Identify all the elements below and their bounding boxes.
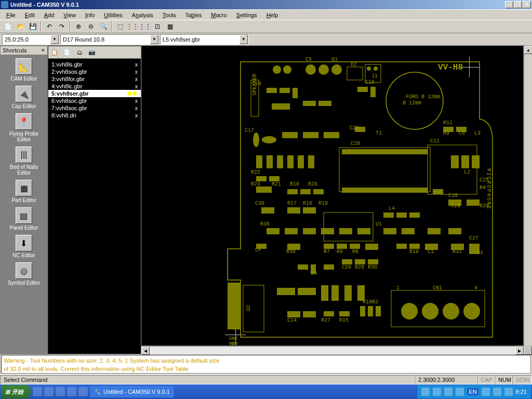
- tray-icon[interactable]: [433, 388, 441, 396]
- shortcut-symbol-editor[interactable]: ◎Symbol Editor: [8, 262, 40, 286]
- scroll-right-icon[interactable]: ▶: [515, 347, 524, 355]
- layer-visibility[interactable]: x: [135, 62, 138, 68]
- layer-visibility[interactable]: x: [135, 84, 138, 89]
- svg-rect-70: [433, 189, 443, 194]
- svg-text:Q1: Q1: [331, 57, 338, 62]
- grid2-button[interactable]: ⋮⋮: [139, 21, 151, 32]
- canvas[interactable]: FORO Ø 12mm Ø 12mm VV-H8 C5Q1 D2 J1 SPEA…: [141, 46, 524, 346]
- menu-settings[interactable]: Settings: [232, 11, 261, 19]
- snap-button[interactable]: ⊡: [152, 21, 163, 32]
- statusbar: Select Command 2.3000:2.3000 CAP NUM SCR…: [0, 374, 532, 384]
- quicklaunch-icon[interactable]: [44, 387, 54, 396]
- menu-macro[interactable]: Macro: [207, 11, 231, 19]
- svg-text:R26: R26: [480, 203, 489, 209]
- svg-rect-42: [280, 88, 290, 93]
- aperture-combo[interactable]: D17 Round 10.8 ▼: [60, 34, 159, 45]
- layer-row[interactable]: 3:vvh8for.gbrx: [48, 75, 141, 83]
- svg-text:R10R2: R10R2: [363, 299, 378, 305]
- taskbar-app[interactable]: 🔧Untitled - CAM350 V 9.0.1: [90, 386, 174, 397]
- layer-button[interactable]: ▦: [164, 21, 176, 32]
- vertical-scrollbar[interactable]: ▲: [524, 46, 532, 346]
- quicklaunch-icon[interactable]: [67, 387, 76, 396]
- dropdown-arrow-icon[interactable]: ▼: [240, 35, 248, 44]
- layer-visibility[interactable]: x: [135, 76, 138, 82]
- menu-tools[interactable]: Tools: [158, 11, 180, 19]
- layer-row[interactable]: 6:vvh8soc.gbrx: [48, 97, 141, 104]
- tray-icon[interactable]: [504, 388, 513, 396]
- svg-text:CF: CF: [255, 247, 261, 253]
- tray-icon[interactable]: [456, 388, 464, 396]
- menu-file[interactable]: File: [2, 11, 20, 19]
- layer-add-button[interactable]: 📋: [49, 47, 60, 58]
- tray-icon[interactable]: [421, 388, 430, 396]
- tray-icon[interactable]: [493, 388, 501, 396]
- layer-visibility[interactable]: x: [135, 69, 138, 75]
- shortcut-bed-of-nails-editor[interactable]: |||Bed of Nails Editor: [3, 147, 45, 176]
- layer-combo[interactable]: L5:vvh8ser.gbr ▼: [160, 34, 248, 45]
- shortcut-cap-editor[interactable]: 🔌Cap Editor: [11, 86, 36, 109]
- svg-rect-102: [324, 264, 334, 270]
- layer-row[interactable]: 7:vvh8soc.gbrx: [48, 104, 141, 112]
- quicklaunch-icon[interactable]: [78, 387, 88, 396]
- close-button[interactable]: ✕: [523, 1, 531, 8]
- svg-text:R11: R11: [443, 120, 453, 126]
- clock[interactable]: 8:21: [516, 389, 527, 395]
- quicklaunch-icon[interactable]: [56, 387, 65, 396]
- layer-visibility[interactable]: [127, 91, 138, 96]
- layer-paste-button[interactable]: 📄: [62, 47, 72, 58]
- zoom-in-button[interactable]: ⊕: [73, 21, 84, 32]
- select-button[interactable]: ⬚: [114, 21, 126, 32]
- dropdown-arrow-icon[interactable]: ▼: [50, 35, 59, 44]
- tray-icon[interactable]: [482, 388, 490, 396]
- menu-help[interactable]: Help: [262, 11, 283, 19]
- svg-rect-59: [298, 155, 304, 168]
- layer-compose-button[interactable]: 🗂: [74, 47, 85, 58]
- new-button[interactable]: 📄: [2, 21, 14, 32]
- shortcut-flying-probe-editor[interactable]: 📍Flying Probe Editor: [3, 113, 45, 142]
- horizontal-scrollbar[interactable]: ◀ ▶: [141, 346, 532, 354]
- zoom-out-button[interactable]: ⊖: [85, 21, 97, 32]
- zoom-fit-button[interactable]: 🔍: [98, 21, 109, 32]
- menu-analysis[interactable]: Analysis: [128, 11, 157, 19]
- layer-row[interactable]: 2:vvh8sos.gbrx: [48, 68, 141, 75]
- scroll-up-icon[interactable]: ▲: [524, 46, 532, 54]
- layers-toolbar: 📋 📄 🗂 📷: [48, 46, 141, 59]
- layers-list[interactable]: 1:vvh8ls.gbrx2:vvh8sos.gbrx3:vvh8for.gbr…: [48, 59, 141, 354]
- layer-row[interactable]: 1:vvh8ls.gbrx: [48, 61, 141, 68]
- shortcut-cam-editor[interactable]: 📐CAM Editor: [10, 58, 37, 82]
- svg-rect-55: [256, 155, 262, 168]
- tray-icon[interactable]: [444, 388, 453, 396]
- menu-view[interactable]: View: [59, 11, 80, 19]
- shortcut-nc-editor[interactable]: ⬇NC Editor: [12, 235, 35, 258]
- coord-combo[interactable]: 25.0:25.0 ▼: [2, 34, 59, 45]
- lang-indicator[interactable]: EN: [467, 388, 478, 395]
- open-button[interactable]: 📂: [15, 21, 26, 32]
- layer-visibility[interactable]: x: [135, 113, 138, 118]
- menu-tables[interactable]: Tables: [181, 11, 206, 19]
- app-icon: [1, 1, 8, 8]
- svg-text:R10: R10: [409, 249, 419, 255]
- layer-row[interactable]: 8:vvh8.drix: [48, 112, 141, 119]
- layer-visibility[interactable]: x: [135, 105, 138, 111]
- shortcut-panel-editor[interactable]: ▤Panel Editor: [10, 207, 38, 231]
- save-button[interactable]: 💾: [27, 21, 38, 32]
- undo-button[interactable]: ↶: [44, 21, 55, 32]
- grid1-button[interactable]: ⋮⋮: [127, 21, 138, 32]
- layer-row[interactable]: 5:vvh8ser.gbr: [48, 90, 141, 97]
- menu-utilities[interactable]: Utilities: [100, 11, 126, 19]
- layer-row[interactable]: 4:vvh8lc.gbrx: [48, 83, 141, 90]
- minimize-button[interactable]: ─: [505, 1, 513, 8]
- menu-add[interactable]: Add: [40, 11, 59, 19]
- layer-camera-button[interactable]: 📷: [87, 47, 97, 58]
- start-button[interactable]: ⊞开始: [1, 385, 31, 398]
- maximize-button[interactable]: ❐: [514, 1, 522, 8]
- shortcut-part-editor[interactable]: ▦Part Editor: [11, 180, 36, 203]
- scroll-left-icon[interactable]: ◀: [141, 347, 150, 355]
- dropdown-arrow-icon[interactable]: ▼: [150, 35, 158, 44]
- redo-button[interactable]: ↷: [56, 21, 68, 32]
- menu-info[interactable]: Info: [81, 11, 99, 19]
- layer-visibility[interactable]: x: [135, 98, 138, 104]
- quicklaunch-icon[interactable]: [33, 387, 42, 396]
- panel-close-icon[interactable]: ✕: [41, 48, 45, 53]
- menu-edit[interactable]: Edit: [21, 11, 39, 19]
